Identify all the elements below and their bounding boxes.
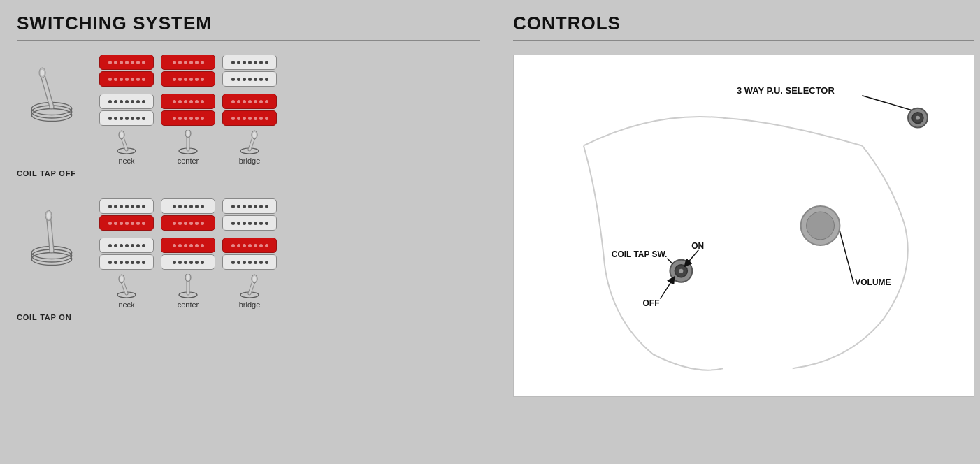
toggle-neck-on-label: neck bbox=[118, 300, 134, 309]
pickup-block bbox=[161, 71, 215, 87]
pickup-neck-on-bot bbox=[99, 238, 154, 270]
selector-label: 3 WAY P.U. SELECTOR bbox=[737, 85, 835, 96]
toggle-bridge-on: bridge bbox=[222, 274, 277, 309]
pickup-block bbox=[222, 254, 277, 270]
toggle-bridge-on-label: bridge bbox=[239, 300, 261, 309]
coil-tap-knob-center bbox=[679, 269, 683, 273]
toggle-neck-on: neck bbox=[99, 274, 154, 309]
coil-on-pickup-grid bbox=[99, 198, 277, 270]
pickup-block bbox=[222, 238, 277, 253]
coil-on-switch-icon bbox=[17, 205, 87, 268]
coil-tap-on-section: neck center bbox=[17, 198, 480, 321]
controls-svg: 3 WAY P.U. SELECTOR bbox=[514, 55, 974, 396]
toggle-bridge-off-label: bridge bbox=[239, 157, 261, 165]
pickup-block bbox=[222, 94, 277, 109]
pickup-block bbox=[161, 198, 215, 214]
pickup-block bbox=[222, 71, 277, 87]
pickup-block bbox=[161, 55, 215, 70]
controls-title: CONTROLS bbox=[513, 13, 974, 34]
coil-on-grid-row2 bbox=[99, 238, 277, 270]
toggle-neck-off-icon bbox=[116, 130, 137, 154]
toggle-bridge-off: bridge bbox=[222, 130, 277, 165]
svg-point-10 bbox=[187, 131, 190, 136]
toggle-bridge-on-icon bbox=[239, 274, 260, 298]
coil-off-toggles: neck center bbox=[99, 130, 480, 165]
pickup-block bbox=[161, 110, 215, 126]
toggle-center-on-label: center bbox=[178, 300, 199, 309]
toggle-center-off: center bbox=[161, 130, 215, 165]
controls-diagram: 3 WAY P.U. SELECTOR bbox=[513, 55, 974, 397]
coil-off-label: COIL TAP OFF bbox=[17, 169, 480, 177]
toggle-center-on-icon bbox=[178, 274, 199, 298]
pickup-block bbox=[99, 254, 154, 270]
coil-off-pickup-grid bbox=[99, 55, 277, 126]
pickup-center-on-bot bbox=[161, 238, 215, 270]
pickup-neck-on-top bbox=[99, 198, 154, 231]
switch-off-svg bbox=[27, 61, 76, 124]
svg-point-24 bbox=[187, 275, 190, 280]
volume-knob-inner bbox=[807, 212, 835, 240]
pickup-center-off-bot bbox=[161, 94, 215, 126]
pickup-block bbox=[161, 94, 215, 109]
svg-point-4 bbox=[41, 70, 44, 76]
toggle-center-on: center bbox=[161, 274, 215, 309]
pickup-block bbox=[99, 55, 154, 70]
left-divider bbox=[17, 40, 480, 41]
pickup-center-off-top bbox=[161, 55, 215, 87]
pickup-block bbox=[161, 254, 215, 270]
pickup-bridge-off-bot bbox=[222, 94, 277, 126]
volume-label: VOLUME bbox=[855, 277, 891, 287]
coil-on-label: COIL TAP ON bbox=[17, 313, 480, 321]
toggle-neck-on-icon bbox=[116, 274, 137, 298]
toggle-neck-off-label: neck bbox=[118, 157, 134, 165]
pickup-block bbox=[161, 238, 215, 253]
svg-point-27 bbox=[253, 276, 257, 282]
coil-off-switch-icon bbox=[17, 61, 87, 124]
pickup-neck-off-bot bbox=[99, 94, 154, 126]
pickup-block bbox=[222, 198, 277, 214]
right-divider bbox=[513, 40, 974, 41]
coil-tap-off-section: neck center bbox=[17, 55, 480, 177]
pickup-center-on-top bbox=[161, 198, 215, 231]
toggle-neck-off: neck bbox=[99, 130, 154, 165]
main-container: SWITCHING SYSTEM bbox=[0, 0, 980, 464]
toggle-center-off-icon bbox=[178, 130, 199, 154]
pickup-bridge-off-top bbox=[222, 55, 277, 87]
left-panel: SWITCHING SYSTEM bbox=[0, 0, 496, 464]
on-label: ON bbox=[691, 241, 704, 251]
coil-on-row bbox=[17, 198, 480, 270]
pickup-block bbox=[99, 94, 154, 109]
pickup-neck-off-top bbox=[99, 55, 154, 87]
coil-off-grid-row1 bbox=[99, 55, 277, 87]
right-panel: CONTROLS 3 WAY P.U. SELECTOR bbox=[496, 0, 980, 464]
pickup-block bbox=[161, 215, 215, 231]
off-label: OFF bbox=[643, 298, 660, 308]
svg-point-18 bbox=[47, 212, 50, 219]
switch-on-svg bbox=[27, 205, 76, 268]
toggle-center-off-label: center bbox=[178, 157, 199, 165]
pickup-block bbox=[222, 110, 277, 126]
switching-system-title: SWITCHING SYSTEM bbox=[17, 13, 480, 34]
coil-off-row bbox=[17, 55, 480, 126]
pickup-bridge-on-bot bbox=[222, 238, 277, 270]
pickup-bridge-on-top bbox=[222, 198, 277, 231]
toggle-bridge-off-icon bbox=[239, 130, 260, 154]
coil-on-toggles: neck center bbox=[99, 274, 480, 309]
pickup-block bbox=[99, 71, 154, 87]
coil-off-grid-row2 bbox=[99, 94, 277, 126]
svg-point-21 bbox=[120, 276, 124, 282]
pickup-block bbox=[99, 215, 154, 231]
switching-content: neck center bbox=[17, 55, 480, 321]
svg-point-13 bbox=[253, 132, 257, 138]
svg-point-7 bbox=[120, 132, 124, 138]
pickup-block bbox=[222, 55, 277, 70]
pickup-block bbox=[99, 110, 154, 126]
pickup-block bbox=[99, 238, 154, 253]
selector-knob-center bbox=[916, 116, 920, 120]
coil-tap-label: COIL TAP SW. bbox=[612, 249, 668, 259]
pickup-block bbox=[222, 215, 277, 231]
coil-on-grid-row1 bbox=[99, 198, 277, 231]
pickup-block bbox=[99, 198, 154, 214]
